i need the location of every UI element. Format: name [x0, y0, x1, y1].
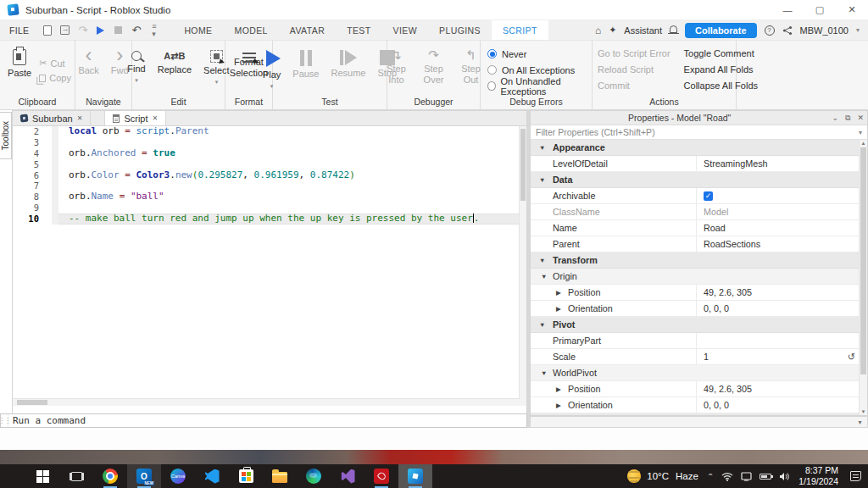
taskbar-item-store[interactable] [229, 464, 263, 488]
scroll-down-icon[interactable]: ▼ [860, 409, 867, 414]
taskbar-item-task-view[interactable] [59, 464, 93, 488]
collapse-arrow-icon[interactable]: ▼ [539, 176, 545, 184]
back-button[interactable]: ‹Back [74, 46, 103, 95]
undo-icon[interactable]: ↶ [127, 20, 145, 41]
share-icon[interactable] [782, 25, 793, 36]
editor-vertical-scrollbar[interactable] [519, 126, 526, 406]
property-value[interactable] [696, 333, 867, 348]
property-section-header[interactable]: ▼Appearance [531, 140, 867, 156]
scrollbar-thumb[interactable] [520, 129, 526, 201]
filter-dropdown-icon[interactable]: ▾ [859, 129, 862, 136]
cut-button[interactable]: ✂Cut [39, 58, 71, 69]
property-section-header[interactable]: ▼Transform [531, 252, 867, 269]
taskbar-item-explorer[interactable] [263, 464, 297, 488]
editor-horizontal-scrollbar[interactable] [13, 398, 520, 406]
command-input[interactable]: Run a command [8, 415, 86, 426]
collapse-arrow-icon[interactable]: ▼ [541, 369, 547, 377]
collapse-arrow-icon[interactable]: ▼ [539, 257, 545, 264]
taskbar-clock[interactable]: 8:37 PM 1/19/2024 [798, 465, 838, 487]
replace-button[interactable]: A⇄BReplace [153, 46, 196, 95]
step-into-button[interactable]: ↴Step Into [380, 46, 414, 95]
file-menu-button[interactable]: FILE [0, 20, 38, 40]
property-value[interactable]: Road [696, 220, 867, 236]
close-button[interactable]: ✕ [836, 0, 868, 19]
property-value[interactable]: 49, 2.6, 305 [696, 285, 867, 300]
tab-avatar[interactable]: AVATAR [279, 20, 336, 40]
find-button[interactable]: Find▾ [123, 46, 149, 95]
taskbar-item-edge[interactable] [297, 464, 331, 488]
taskbar-item-start[interactable] [25, 464, 59, 488]
property-section-header[interactable]: ▼Origin [531, 269, 867, 285]
tab-test[interactable]: TEST [336, 20, 381, 40]
collapse-arrow-icon[interactable]: ▼ [539, 321, 545, 329]
tray-expand-icon[interactable]: ⌃ [707, 473, 714, 480]
tab-model[interactable]: MODEL [223, 20, 278, 40]
resume-button[interactable]: Resume [327, 46, 370, 95]
property-section-header[interactable]: ▼WorldPivot [531, 365, 867, 381]
stop-icon[interactable] [109, 20, 127, 41]
expand-arrow-icon[interactable]: ▶ [556, 402, 561, 409]
new-file-icon[interactable] [38, 20, 56, 41]
play-icon[interactable] [92, 20, 109, 41]
expand-arrow-icon[interactable]: ▶ [556, 385, 561, 393]
code-line[interactable]: 10-- make ball turn red and jump up when… [13, 214, 526, 225]
taskbar-item-chrome[interactable] [93, 464, 127, 488]
code-area[interactable]: 2local orb = script.Parent34orb.Anchored… [13, 126, 526, 406]
filter-properties-input[interactable]: Filter Properties (Ctrl+Shift+P) ▾ [531, 125, 867, 140]
pause-button[interactable]: Pause [288, 46, 323, 95]
code-line[interactable]: 8orb.Name = "ball" [13, 191, 526, 202]
taskbar-item-roblox-studio[interactable] [398, 464, 432, 488]
scrollbar-thumb[interactable] [860, 147, 866, 374]
scroll-up-icon[interactable]: ▲ [860, 141, 867, 146]
taskbar-item-visual-studio[interactable] [331, 464, 364, 488]
checkbox-checked-icon[interactable]: ✓ [704, 191, 713, 201]
tab-script-document[interactable]: Script ✕ [104, 111, 166, 125]
expand-arrow-icon[interactable]: ▶ [556, 305, 561, 313]
property-row[interactable]: ▶Orientation0, 0, 0 [531, 397, 867, 413]
property-row[interactable]: ParentRoadSections [531, 236, 867, 252]
taskbar-item-canva[interactable]: Canva [161, 464, 195, 488]
minimize-button[interactable]: — [771, 0, 804, 19]
home-icon[interactable]: ⌂ [595, 25, 601, 36]
panel-collapse-icon[interactable]: ⌄ [828, 114, 842, 122]
property-row[interactable]: ▶Position49, 2.6, 305 [531, 285, 867, 301]
chevron-down-icon[interactable]: ▼ [857, 419, 863, 425]
radio-on-unhandled-exceptions[interactable]: On Unhandled Exceptions [487, 78, 592, 94]
radio-never[interactable]: Never [487, 46, 592, 62]
username-label[interactable]: MBW_0100 [800, 25, 849, 36]
user-menu-chevron-icon[interactable]: ▾ [856, 26, 860, 34]
tab-view[interactable]: VIEW [382, 20, 428, 40]
commit-button[interactable]: Commit [598, 80, 670, 91]
speaker-icon[interactable] [779, 472, 790, 481]
property-section-header[interactable]: ▼Pivot [531, 317, 867, 333]
property-value[interactable]: Model [696, 204, 867, 219]
property-row[interactable]: NameRoad [531, 220, 867, 236]
open-file-icon[interactable] [56, 20, 74, 41]
assistant-button[interactable]: Assistant [624, 25, 662, 36]
collaborate-button[interactable]: Collaborate [685, 23, 757, 38]
display-device-icon[interactable] [741, 472, 752, 481]
play-button[interactable]: Play▾ [259, 46, 285, 95]
code-line[interactable]: 2local orb = script.Parent [13, 126, 526, 137]
notifications-bell-icon[interactable] [670, 25, 677, 33]
customize-toolbar-icon[interactable]: ≡▾ [145, 20, 163, 41]
panel-close-icon[interactable]: ✕ [854, 114, 867, 122]
go-to-script-error-button[interactable]: Go to Script Error [598, 48, 670, 58]
action-center-icon[interactable] [850, 471, 861, 481]
command-bar[interactable]: ⋮⋮ Run a command [0, 413, 527, 428]
battery-icon[interactable] [760, 474, 771, 480]
tab-suburban[interactable]: Suburban ✕ [13, 111, 91, 125]
code-line[interactable]: 4orb.Anchored = true [13, 148, 526, 159]
property-value[interactable]: StreamingMesh [696, 156, 867, 171]
property-value[interactable]: 49, 2.6, 305 [696, 381, 867, 396]
property-value[interactable]: ✓ [696, 188, 867, 203]
wifi-icon[interactable] [721, 472, 733, 481]
redo-icon[interactable]: ↷ [74, 20, 92, 41]
copy-button[interactable]: Copy [39, 73, 71, 83]
step-over-button[interactable]: ↷Step Over [417, 46, 451, 95]
property-row[interactable]: ClassNameModel [531, 204, 867, 220]
toolbox-side-tab[interactable]: Toolbox [0, 112, 12, 159]
tab-home[interactable]: HOME [173, 20, 223, 40]
close-icon[interactable]: ✕ [153, 114, 159, 122]
tab-plugins[interactable]: PLUGINS [428, 20, 492, 40]
